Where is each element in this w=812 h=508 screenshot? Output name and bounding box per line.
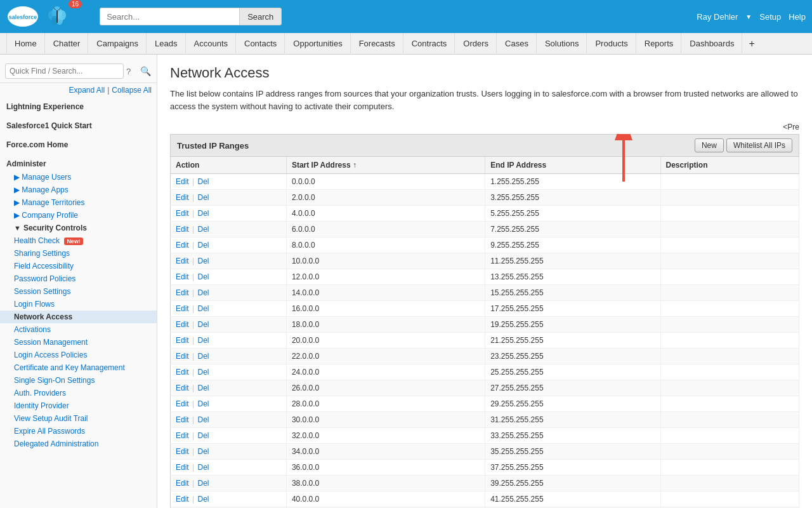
sidebar-item-login-access-policies[interactable]: Login Access Policies bbox=[0, 349, 157, 361]
nav-products[interactable]: Products bbox=[587, 33, 636, 55]
sidebar-item-delegated-administration[interactable]: Delegated Administration bbox=[0, 438, 157, 450]
edit-link-15[interactable]: Edit bbox=[176, 415, 189, 424]
del-link-8[interactable]: Del bbox=[197, 304, 209, 313]
salesforce-logo[interactable]: salesforce bbox=[6, 5, 39, 28]
sidebar-section-sf1-title[interactable]: Salesforce1 Quick Start bbox=[0, 119, 157, 133]
edit-link-2[interactable]: Edit bbox=[176, 209, 189, 218]
del-link-13[interactable]: Del bbox=[197, 384, 209, 392]
sidebar-item-certificate-key-management[interactable]: Certificate and Key Management bbox=[0, 361, 157, 374]
del-link-14[interactable]: Del bbox=[197, 399, 209, 408]
user-name[interactable]: Ray Dehler bbox=[697, 12, 738, 22]
sidebar-item-manage-apps[interactable]: ▶ Manage Apps bbox=[0, 184, 157, 196]
del-link-4[interactable]: Del bbox=[197, 241, 209, 250]
edit-link-13[interactable]: Edit bbox=[176, 384, 189, 392]
del-link-9[interactable]: Del bbox=[197, 320, 209, 329]
edit-link-12[interactable]: Edit bbox=[176, 368, 189, 377]
notification-badge[interactable]: 16 bbox=[69, 0, 82, 8]
del-link-0[interactable]: Del bbox=[197, 177, 209, 186]
del-link-17[interactable]: Del bbox=[197, 447, 209, 456]
edit-link-17[interactable]: Edit bbox=[176, 447, 189, 456]
edit-link-6[interactable]: Edit bbox=[176, 272, 189, 281]
del-link-3[interactable]: Del bbox=[197, 225, 209, 234]
nav-dashboards[interactable]: Dashboards bbox=[681, 33, 742, 55]
del-link-19[interactable]: Del bbox=[197, 479, 209, 488]
sidebar-item-password-policies[interactable]: Password Policies bbox=[0, 272, 157, 285]
del-link-20[interactable]: Del bbox=[197, 495, 209, 504]
del-link-2[interactable]: Del bbox=[197, 209, 209, 218]
help-link[interactable]: Help bbox=[789, 12, 806, 22]
del-link-16[interactable]: Del bbox=[197, 431, 209, 440]
search-input[interactable] bbox=[100, 8, 239, 25]
edit-link-5[interactable]: Edit bbox=[176, 257, 189, 265]
sidebar-section-forcecom-title[interactable]: Force.com Home bbox=[0, 138, 157, 152]
edit-link-20[interactable]: Edit bbox=[176, 495, 189, 504]
nav-campaigns[interactable]: Campaigns bbox=[88, 33, 147, 55]
nav-forecasts[interactable]: Forecasts bbox=[351, 33, 403, 55]
edit-link-10[interactable]: Edit bbox=[176, 336, 189, 345]
edit-link-7[interactable]: Edit bbox=[176, 288, 189, 297]
sidebar-item-session-settings[interactable]: Session Settings bbox=[0, 285, 157, 298]
sidebar-item-manage-territories[interactable]: ▶ Manage Territories bbox=[0, 196, 157, 209]
del-link-10[interactable]: Del bbox=[197, 336, 209, 345]
nav-accounts[interactable]: Accounts bbox=[186, 33, 236, 55]
del-link-7[interactable]: Del bbox=[197, 288, 209, 297]
whitelist-all-ips-button[interactable]: Whitelist All IPs bbox=[726, 138, 792, 152]
sidebar-search-icon[interactable]: 🔍 bbox=[140, 65, 152, 77]
del-link-5[interactable]: Del bbox=[197, 257, 209, 265]
edit-link-0[interactable]: Edit bbox=[176, 177, 189, 186]
sidebar-item-security-controls[interactable]: ▼ Security Controls bbox=[0, 222, 157, 234]
del-link-15[interactable]: Del bbox=[197, 415, 209, 424]
nav-contracts[interactable]: Contracts bbox=[403, 33, 455, 55]
nav-chatter[interactable]: Chatter bbox=[45, 33, 89, 55]
sidebar-item-company-profile[interactable]: ▶ Company Profile bbox=[0, 209, 157, 222]
sidebar-item-single-sign-on[interactable]: Single Sign-On Settings bbox=[0, 374, 157, 387]
sidebar-search-input[interactable] bbox=[5, 64, 124, 79]
edit-link-16[interactable]: Edit bbox=[176, 431, 189, 440]
edit-link-8[interactable]: Edit bbox=[176, 304, 189, 313]
user-dropdown-arrow[interactable]: ▼ bbox=[745, 13, 752, 20]
del-link-11[interactable]: Del bbox=[197, 352, 209, 361]
del-link-1[interactable]: Del bbox=[197, 193, 209, 202]
sidebar-item-health-check[interactable]: Health Check New! bbox=[0, 234, 157, 247]
sidebar-item-auth-providers[interactable]: Auth. Providers bbox=[0, 387, 157, 399]
nav-leads[interactable]: Leads bbox=[147, 33, 185, 55]
search-button[interactable]: Search bbox=[239, 8, 282, 25]
sidebar-item-session-management[interactable]: Session Management bbox=[0, 336, 157, 349]
del-link-18[interactable]: Del bbox=[197, 463, 209, 472]
edit-link-1[interactable]: Edit bbox=[176, 193, 189, 202]
sidebar-item-view-setup-audit-trail[interactable]: View Setup Audit Trail bbox=[0, 412, 157, 425]
del-link-6[interactable]: Del bbox=[197, 272, 209, 281]
nav-cases[interactable]: Cases bbox=[497, 33, 537, 55]
sidebar-item-field-accessibility[interactable]: Field Accessibility bbox=[0, 260, 157, 272]
sidebar-item-activations[interactable]: Activations bbox=[0, 323, 157, 336]
sidebar-item-expire-all-passwords[interactable]: Expire All Passwords bbox=[0, 425, 157, 438]
nav-reports[interactable]: Reports bbox=[636, 33, 682, 55]
del-link-12[interactable]: Del bbox=[197, 368, 209, 377]
sidebar-help-icon[interactable]: ? bbox=[126, 65, 138, 77]
sidebar-section-lightning-title[interactable]: Lightning Experience bbox=[0, 100, 157, 114]
sidebar-section-administer-title[interactable]: Administer bbox=[0, 157, 157, 171]
nav-more-button[interactable]: + bbox=[742, 34, 761, 53]
sidebar-item-login-flows[interactable]: Login Flows bbox=[0, 298, 157, 311]
col-start-ip[interactable]: Start IP Address ↑ bbox=[286, 157, 485, 174]
nav-orders[interactable]: Orders bbox=[455, 33, 497, 55]
sidebar-item-network-access[interactable]: Network Access bbox=[0, 311, 157, 323]
nav-solutions[interactable]: Solutions bbox=[537, 33, 587, 55]
nav-opportunities[interactable]: Opportunities bbox=[285, 33, 350, 55]
sidebar-item-identity-provider[interactable]: Identity Provider bbox=[0, 399, 157, 412]
edit-link-4[interactable]: Edit bbox=[176, 241, 189, 250]
expand-all-link[interactable]: Expand All bbox=[69, 86, 105, 95]
setup-link[interactable]: Setup bbox=[759, 12, 781, 22]
sidebar-item-sharing-settings[interactable]: Sharing Settings bbox=[0, 247, 157, 260]
new-button[interactable]: New bbox=[695, 138, 724, 152]
sidebar-item-manage-users[interactable]: ▶ Manage Users bbox=[0, 171, 157, 184]
collapse-all-link[interactable]: Collapse All bbox=[112, 86, 152, 95]
edit-link-11[interactable]: Edit bbox=[176, 352, 189, 361]
edit-link-18[interactable]: Edit bbox=[176, 463, 189, 472]
edit-link-3[interactable]: Edit bbox=[176, 225, 189, 234]
edit-link-19[interactable]: Edit bbox=[176, 479, 189, 488]
edit-link-14[interactable]: Edit bbox=[176, 399, 189, 408]
nav-home[interactable]: Home bbox=[6, 33, 45, 55]
edit-link-9[interactable]: Edit bbox=[176, 320, 189, 329]
nav-contacts[interactable]: Contacts bbox=[236, 33, 285, 55]
